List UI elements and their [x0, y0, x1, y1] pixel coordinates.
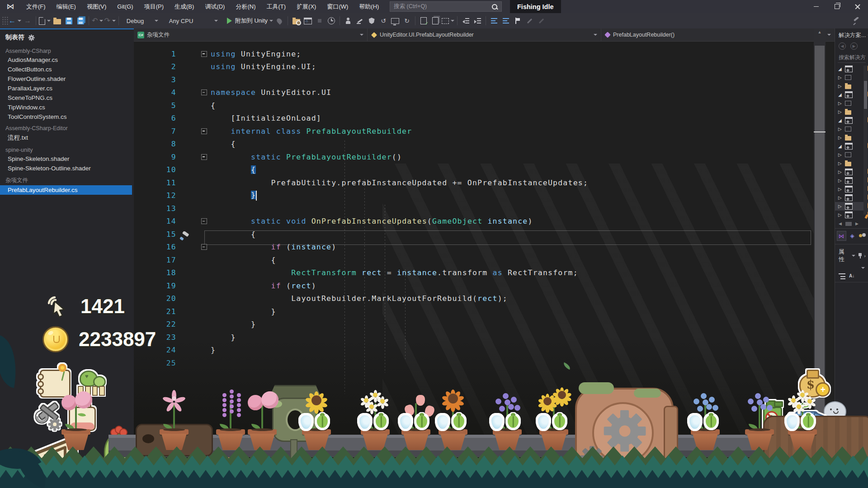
pin-icon[interactable]: [858, 253, 861, 258]
code-text[interactable]: {: [211, 165, 814, 174]
flower-pot[interactable]: [61, 428, 90, 450]
team-explorer-tab[interactable]: [858, 231, 867, 240]
flower-pot[interactable]: [216, 428, 245, 450]
expander-closed-icon[interactable]: ▷: [838, 204, 843, 209]
platform-dropdown[interactable]: Any CPU: [165, 15, 222, 26]
code-text[interactable]: static void OnPrefabInstanceUpdates(Game…: [211, 217, 814, 225]
chevron-right-icon[interactable]: ›: [864, 253, 866, 258]
small-toggle-button[interactable]: [314, 15, 325, 27]
beetle-badge[interactable]: [802, 414, 817, 432]
properties-header[interactable]: 属性 ›: [835, 244, 868, 265]
expander-open-icon[interactable]: ◢: [838, 66, 843, 71]
close-button[interactable]: [847, 0, 868, 13]
expander-closed-icon[interactable]: ▷: [838, 152, 843, 157]
toolbar-grip[interactable]: [2, 16, 8, 25]
fold-margin[interactable]: [180, 128, 211, 134]
expander-closed-icon[interactable]: ▷: [838, 161, 843, 166]
beetle-badge[interactable]: [553, 414, 568, 432]
sort-lines-button[interactable]: [489, 15, 500, 27]
alphabetical-sort-icon[interactable]: A↓: [849, 273, 854, 279]
open-file-item[interactable]: CollectButton.cs: [0, 65, 134, 74]
gear-icon[interactable]: [28, 34, 34, 41]
menu-item-1[interactable]: 编辑(E): [51, 0, 81, 13]
code-text[interactable]: if (rect): [211, 282, 814, 290]
expander-closed-icon[interactable]: ▷: [838, 84, 843, 89]
doc-check-button[interactable]: ✓: [418, 15, 429, 27]
expander-open-icon[interactable]: ◢: [838, 118, 843, 123]
code-lines[interactable]: 1using UnityEngine;2using UnityEngine.UI…: [134, 47, 814, 370]
uncomment-button[interactable]: [536, 15, 547, 27]
code-line[interactable]: 4namespace UnityEditor.UI: [134, 86, 814, 99]
format-document-button[interactable]: [500, 15, 511, 27]
code-line[interactable]: 15 {: [134, 228, 814, 241]
code-text[interactable]: }: [211, 320, 814, 328]
preview-window-button[interactable]: [302, 15, 313, 27]
hot-reload-button[interactable]: [274, 15, 285, 27]
open-file-item[interactable]: ParallaxLayer.cs: [0, 84, 134, 93]
code-text[interactable]: LayoutRebuilder.MarkLayoutForRebuild(rec…: [211, 294, 814, 303]
expander-closed-icon[interactable]: ▷: [838, 195, 843, 200]
code-line[interactable]: 20 LayoutRebuilder.MarkLayoutForRebuild(…: [134, 292, 814, 305]
device-button[interactable]: [390, 15, 401, 27]
expander-closed-icon[interactable]: ▷: [838, 169, 843, 174]
fold-margin[interactable]: [180, 218, 211, 224]
fold-margin[interactable]: [180, 244, 211, 250]
tree-scrollbar[interactable]: [863, 66, 868, 215]
code-text[interactable]: {: [211, 101, 814, 110]
hscroll-thumb[interactable]: [845, 222, 852, 226]
open-file-item[interactable]: FlowerOutline.shader: [0, 74, 134, 84]
fold-collapse-icon[interactable]: [201, 154, 207, 160]
menu-item-2[interactable]: 视图(V): [81, 0, 112, 13]
open-file-item[interactable]: TipWindow.cs: [0, 103, 134, 112]
hscroll-left-icon[interactable]: ◀: [839, 221, 842, 226]
water-droplet-badge[interactable]: [358, 414, 373, 432]
code-text[interactable]: using UnityEngine.UI;: [211, 62, 814, 71]
code-text[interactable]: if (instance): [211, 243, 814, 251]
code-line[interactable]: 22 }: [134, 318, 814, 331]
debug-target-dropdown[interactable]: Debug: [123, 15, 162, 26]
scroll-up-arrow-icon[interactable]: ▲: [814, 28, 826, 34]
beetle-badge[interactable]: [452, 414, 467, 432]
attach-process-button[interactable]: [354, 15, 365, 27]
solution-search-box[interactable]: 搜索解决方: [838, 53, 866, 63]
menu-item-7[interactable]: 分析(N): [230, 0, 261, 13]
code-text[interactable]: internal class PrefabLayoutRebuilder: [211, 127, 814, 136]
history-button[interactable]: ↺: [378, 15, 389, 27]
fold-collapse-icon[interactable]: [201, 89, 207, 95]
code-line[interactable]: 9 static PrefabLayoutRebuilder(): [134, 150, 814, 164]
type-dropdown[interactable]: UnityEditor.UI.PrefabLayoutRebuilder: [368, 28, 601, 41]
step-into-button[interactable]: [343, 15, 354, 27]
code-text[interactable]: }: [211, 333, 814, 342]
solution-explorer-tab[interactable]: ⋈: [837, 231, 846, 241]
beetle-badge[interactable]: [506, 414, 522, 432]
code-text[interactable]: {: [211, 230, 814, 239]
security-button[interactable]: [366, 15, 377, 27]
refresh-button[interactable]: ↻: [401, 15, 412, 27]
flower-pot[interactable]: [248, 428, 277, 450]
code-line[interactable]: 11 PrefabUtility.prefabInstanceUpdated +…: [134, 176, 814, 189]
project-dropdown[interactable]: C# 杂项文件: [134, 28, 368, 41]
code-line[interactable]: 2using UnityEngine.UI;: [134, 61, 814, 74]
open-folder-button[interactable]: [52, 15, 62, 27]
water-droplet-badge[interactable]: [537, 414, 552, 432]
fold-collapse-icon[interactable]: [201, 244, 207, 250]
code-line[interactable]: 5{: [134, 99, 814, 112]
menu-item-11[interactable]: 帮助(H): [354, 0, 384, 13]
open-file-item[interactable]: AudiosManager.cs: [0, 55, 134, 65]
menu-item-9[interactable]: 扩展(X): [291, 0, 321, 13]
menu-item-3[interactable]: Git(G): [112, 0, 138, 13]
code-line[interactable]: 17 {: [134, 253, 814, 267]
water-droplet-badge[interactable]: [490, 414, 505, 432]
expander-closed-icon[interactable]: ▷: [838, 135, 843, 140]
code-text[interactable]: }: [211, 346, 814, 354]
solution-explorer-header[interactable]: 解决方案...: [835, 28, 868, 41]
undo-button[interactable]: ↶: [92, 15, 103, 27]
beetle-badge[interactable]: [415, 414, 430, 432]
open-file-item[interactable]: PrefabLayoutRebuilder.cs: [0, 185, 132, 195]
code-text[interactable]: }: [211, 191, 814, 201]
attach-to-unity-button[interactable]: 附加到 Unity: [227, 15, 273, 27]
code-line[interactable]: 8 {: [134, 138, 814, 151]
water-droplet-badge[interactable]: [299, 414, 315, 432]
indent-decrease-button[interactable]: [460, 15, 471, 27]
water-droplet-badge[interactable]: [785, 414, 801, 432]
